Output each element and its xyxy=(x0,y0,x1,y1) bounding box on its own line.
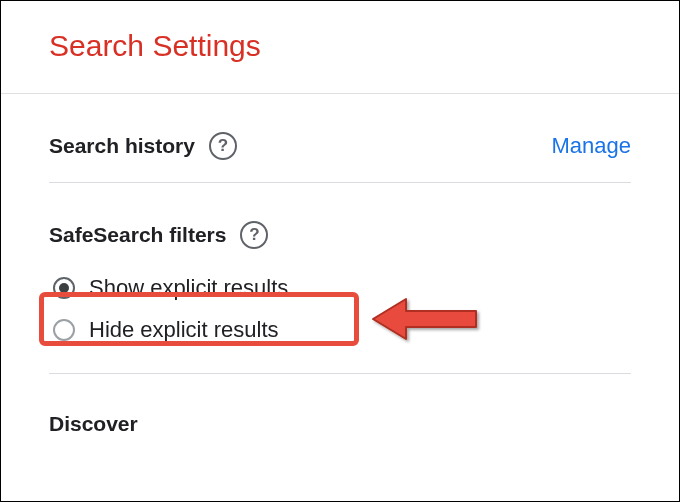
radio-icon xyxy=(53,319,75,341)
section-discover: Discover xyxy=(1,374,679,436)
help-icon[interactable]: ? xyxy=(209,132,237,160)
option-show-label: Show explicit results xyxy=(89,275,288,301)
manage-link[interactable]: Manage xyxy=(551,133,631,159)
radio-icon xyxy=(53,277,75,299)
section-search-history: Search history ? Manage xyxy=(1,94,679,183)
discover-text: Discover xyxy=(49,412,138,436)
safesearch-options: Show explicit results Hide explicit resu… xyxy=(49,267,631,351)
safesearch-text: SafeSearch filters xyxy=(49,223,226,247)
discover-label: Discover xyxy=(49,412,631,436)
section-safesearch: SafeSearch filters ? Show explicit resul… xyxy=(1,183,679,374)
page-header: Search Settings xyxy=(1,1,679,94)
option-hide-label: Hide explicit results xyxy=(89,317,279,343)
search-history-text: Search history xyxy=(49,134,195,158)
search-history-label: Search history ? xyxy=(49,132,237,160)
option-show-explicit[interactable]: Show explicit results xyxy=(49,267,631,309)
page-title: Search Settings xyxy=(49,29,631,63)
option-hide-explicit[interactable]: Hide explicit results xyxy=(49,309,631,351)
safesearch-label: SafeSearch filters ? xyxy=(49,221,631,249)
help-icon[interactable]: ? xyxy=(240,221,268,249)
